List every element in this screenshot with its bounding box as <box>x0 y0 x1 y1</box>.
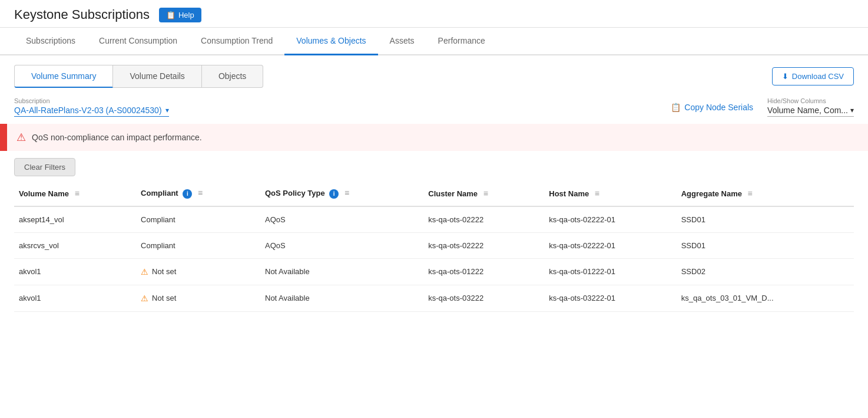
clear-filters-row: Clear Filters <box>0 153 868 181</box>
nav-tabs: Subscriptions Current Consumption Consum… <box>0 28 868 55</box>
hide-show-chevron-icon: ▾ <box>850 106 854 114</box>
cell-qos-policy-type: Not Available <box>260 285 423 311</box>
cell-cluster-name: ks-qa-ots-01222 <box>423 258 544 285</box>
help-button[interactable]: 📋 Help <box>159 8 201 22</box>
table-header: Volume Name ≡ Compliant i ≡ QoS Policy T… <box>14 181 854 206</box>
cell-volume-name: akvol1 <box>14 258 136 285</box>
cell-cluster-name: ks-qa-ots-02222 <box>423 232 544 258</box>
sub-tabs-row: Volume Summary Volume Details Objects ⬇ … <box>0 55 868 93</box>
col-menu-qos[interactable]: ≡ <box>344 188 349 198</box>
sub-tab-volume-details[interactable]: Volume Details <box>113 65 201 88</box>
col-menu-volume-name[interactable]: ≡ <box>75 189 79 198</box>
volumes-table: Volume Name ≡ Compliant i ≡ QoS Policy T… <box>14 181 854 312</box>
subscription-field: Subscription QA-All-RatePlans-V2-03 (A-S… <box>14 97 169 117</box>
hide-show-value-text: Volume Name, Com... <box>767 106 848 115</box>
copy-icon: 📋 <box>671 103 681 112</box>
cell-volume-name: aksrcvs_vol <box>14 232 136 258</box>
warning-message: QoS non-compliance can impact performanc… <box>32 133 202 142</box>
cell-host-name: ks-qa-ots-03222-01 <box>544 285 676 311</box>
cell-aggregate-name: SSD01 <box>677 206 854 233</box>
tab-volumes-objects[interactable]: Volumes & Objects <box>284 28 377 55</box>
compliant-info-icon[interactable]: i <box>183 189 192 199</box>
cell-host-name: ks-qa-ots-02222-01 <box>544 232 676 258</box>
filter-right: 📋 Copy Node Serials Hide/Show Columns Vo… <box>671 97 854 117</box>
cell-cluster-name: ks-qa-ots-02222 <box>423 206 544 233</box>
page-header: Keystone Subscriptions 📋 Help <box>0 0 868 28</box>
download-csv-button[interactable]: ⬇ Download CSV <box>772 67 854 85</box>
hide-show-label: Hide/Show Columns <box>767 97 854 104</box>
col-menu-cluster[interactable]: ≡ <box>483 189 488 198</box>
col-menu-host[interactable]: ≡ <box>595 189 599 198</box>
hide-show-columns: Hide/Show Columns Volume Name, Com... ▾ <box>767 97 854 117</box>
col-menu-aggregate[interactable]: ≡ <box>748 189 753 198</box>
col-qos-policy-type: QoS Policy Type i ≡ <box>260 181 423 206</box>
table-row: akvol1 ⚠ Not set Not Available ks-qa-ots… <box>14 258 854 285</box>
download-icon: ⬇ <box>782 72 789 81</box>
compliant-value: Not set <box>152 267 176 276</box>
cell-qos-policy-type: AQoS <box>260 206 423 233</box>
cell-compliant: ⚠ Not set <box>136 258 260 285</box>
subscription-dropdown[interactable]: QA-All-RatePlans-V2-03 (A-S00024530) ▾ <box>14 106 169 117</box>
table-body: aksept14_vol Compliant AQoS ks-qa-ots-02… <box>14 206 854 312</box>
subscription-value-text: QA-All-RatePlans-V2-03 (A-S00024530) <box>14 106 162 115</box>
warning-small-icon: ⚠ <box>141 294 148 303</box>
sub-tab-objects[interactable]: Objects <box>202 65 263 88</box>
cell-compliant: Compliant <box>136 206 260 233</box>
tab-assets[interactable]: Assets <box>378 28 426 55</box>
compliant-value: Not set <box>152 294 176 302</box>
cell-compliant: Compliant <box>136 232 260 258</box>
subscription-label: Subscription <box>14 97 169 104</box>
copy-node-label: Copy Node Serials <box>684 103 753 112</box>
table-row: aksept14_vol Compliant AQoS ks-qa-ots-02… <box>14 206 854 233</box>
tab-consumption-trend[interactable]: Consumption Trend <box>189 28 284 55</box>
cell-compliant: ⚠ Not set <box>136 285 260 311</box>
tab-subscriptions[interactable]: Subscriptions <box>14 28 87 55</box>
cell-aggregate-name: SSD02 <box>677 258 854 285</box>
tab-performance[interactable]: Performance <box>426 28 497 55</box>
cell-host-name: ks-qa-ots-02222-01 <box>544 206 676 233</box>
compliant-value: Compliant <box>141 241 175 250</box>
copy-node-serials-button[interactable]: 📋 Copy Node Serials <box>671 103 753 112</box>
help-icon: 📋 <box>166 11 175 19</box>
warning-content: ⚠ QoS non-compliance can impact performa… <box>7 124 211 151</box>
cell-cluster-name: ks-qa-ots-03222 <box>423 285 544 311</box>
warning-triangle-icon: ⚠ <box>16 131 26 144</box>
cell-qos-policy-type: Not Available <box>260 258 423 285</box>
sub-tabs: Volume Summary Volume Details Objects <box>14 65 263 88</box>
col-cluster-name: Cluster Name ≡ <box>423 181 544 206</box>
compliant-value: Compliant <box>141 215 175 224</box>
clear-filters-button[interactable]: Clear Filters <box>14 158 75 176</box>
cell-host-name: ks-qa-ots-01222-01 <box>544 258 676 285</box>
table-row: akvol1 ⚠ Not set Not Available ks-qa-ots… <box>14 285 854 311</box>
warning-banner: ⚠ QoS non-compliance can impact performa… <box>0 124 868 151</box>
hide-show-dropdown[interactable]: Volume Name, Com... ▾ <box>767 106 854 117</box>
sub-tab-volume-summary[interactable]: Volume Summary <box>14 65 113 88</box>
cell-aggregate-name: SSD01 <box>677 232 854 258</box>
cell-qos-policy-type: AQoS <box>260 232 423 258</box>
tab-current-consumption[interactable]: Current Consumption <box>87 28 189 55</box>
cell-volume-name: aksept14_vol <box>14 206 136 233</box>
subscription-chevron-icon: ▾ <box>165 106 169 114</box>
col-compliant: Compliant i ≡ <box>136 181 260 206</box>
warning-small-icon: ⚠ <box>141 267 148 277</box>
cell-aggregate-name: ks_qa_ots_03_01_VM_D... <box>677 285 854 311</box>
col-volume-name: Volume Name ≡ <box>14 181 136 206</box>
col-menu-compliant[interactable]: ≡ <box>198 188 203 198</box>
warning-stripe <box>2 124 7 151</box>
col-host-name: Host Name ≡ <box>544 181 676 206</box>
table-container: Volume Name ≡ Compliant i ≡ QoS Policy T… <box>0 181 868 312</box>
cell-volume-name: akvol1 <box>14 285 136 311</box>
help-label: Help <box>178 11 194 19</box>
download-csv-label: Download CSV <box>792 72 844 81</box>
col-aggregate-name: Aggregate Name ≡ <box>677 181 854 206</box>
filter-row: Subscription QA-All-RatePlans-V2-03 (A-S… <box>0 93 868 121</box>
table-row: aksrcvs_vol Compliant AQoS ks-qa-ots-022… <box>14 232 854 258</box>
page-title: Keystone Subscriptions <box>14 7 150 22</box>
qos-info-icon[interactable]: i <box>329 189 339 199</box>
